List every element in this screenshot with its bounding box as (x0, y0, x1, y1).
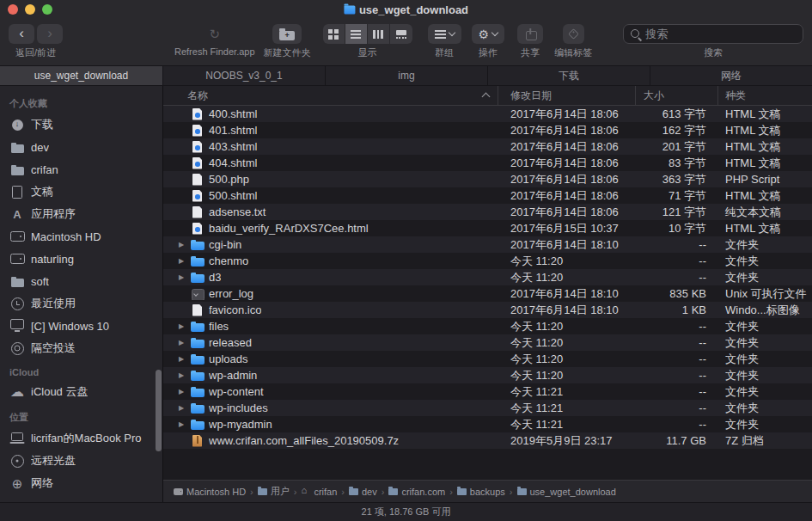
close-button[interactable] (8, 4, 18, 15)
group-button[interactable] (428, 24, 461, 44)
disclosure-triangle-icon[interactable]: ▶ (179, 389, 190, 395)
tab-use_wget_download[interactable]: use_wget_download (0, 66, 163, 85)
file-row-www.crifan.com_allFiles_20190509.7z[interactable]: ▶www.crifan.com_allFiles_20190509.7z2019… (163, 432, 812, 449)
sidebar-section-title: 位置 (0, 403, 162, 427)
file-size: 613 字节 (636, 107, 718, 122)
folder-file-icon (190, 271, 205, 284)
path-item-backups[interactable]: backups (457, 487, 505, 497)
file-size: -- (636, 369, 718, 382)
window-title: use_wget_download (344, 3, 468, 16)
file-row-wp-content[interactable]: ▶wp-content今天 11:21--文件夹 (163, 383, 812, 400)
path-item-crifan[interactable]: crifan (301, 487, 337, 497)
zoom-button[interactable] (42, 4, 52, 15)
column-header-name[interactable]: 名称 (163, 86, 498, 105)
disclosure-triangle-icon[interactable]: ▶ (179, 405, 190, 412)
sidebar-item-[C] Windows 10[interactable]: [C] Windows 10 (0, 315, 162, 337)
back-button[interactable]: ‹ (9, 24, 34, 44)
sidebar-item-最近使用[interactable]: 最近使用 (0, 292, 162, 315)
file-row-favicon.ico[interactable]: ▶favicon.ico2017年6月14日 18:101 KBWindo...… (163, 302, 812, 318)
file-row-cgi-bin[interactable]: ▶cgi-bin2017年6月14日 18:10--文件夹 (163, 236, 812, 253)
file-row-400.shtml[interactable]: ▶400.shtml2017年6月14日 18:06613 字节HTML 文稿 (163, 106, 812, 122)
sidebar-item-Macintosh HD[interactable]: Macintosh HD (0, 225, 162, 248)
file-row-401.shtml[interactable]: ▶401.shtml2017年6月14日 18:06162 字节HTML 文稿 (163, 122, 812, 138)
applications-icon (9, 207, 25, 222)
sidebar-item-naturling[interactable]: naturling (0, 248, 162, 270)
sidebar-item-下载[interactable]: 下载 (0, 113, 162, 136)
sidebar-item-soft[interactable]: soft (0, 270, 162, 292)
folder-icon (344, 5, 355, 14)
disclosure-triangle-icon[interactable]: ▶ (179, 356, 190, 363)
folder-icon (9, 140, 25, 155)
file-row-files[interactable]: ▶files今天 11:20--文件夹 (163, 318, 812, 334)
file-date: 2017年6月14日 18:10 (498, 286, 636, 302)
action-button[interactable]: ⚙ (472, 24, 505, 44)
disclosure-triangle-icon[interactable]: ▶ (179, 274, 190, 281)
doc-file-icon (190, 303, 205, 316)
share-button[interactable] (517, 24, 543, 44)
path-item-crifan.com[interactable]: crifan.com (388, 487, 445, 497)
sidebar-item-网络[interactable]: 网络 (0, 472, 162, 494)
sidebar-item-crifan[interactable]: crifan (0, 158, 162, 181)
file-row-adsense.txt[interactable]: ▶adsense.txt2017年6月14日 18:06121 字节纯文本文稿 (163, 204, 812, 220)
refresh-icon[interactable]: ↻ (209, 28, 220, 40)
disclosure-triangle-icon[interactable]: ▶ (179, 323, 190, 330)
file-row-403.shtml[interactable]: ▶403.shtml2017年6月14日 18:06201 字节HTML 文稿 (163, 138, 812, 155)
column-header-size[interactable]: 大小 (636, 86, 718, 105)
disclosure-triangle-icon[interactable]: ▶ (179, 421, 190, 428)
file-row-404.shtml[interactable]: ▶404.shtml2017年6月14日 18:0683 字节HTML 文稿 (163, 155, 812, 171)
disclosure-triangle-icon[interactable]: ▶ (179, 372, 190, 379)
sidebar-item-隔空投送[interactable]: 隔空投送 (0, 337, 162, 359)
path-item-dev[interactable]: dev (349, 487, 377, 497)
list-view-segment[interactable] (345, 24, 368, 44)
tab-网络[interactable]: 网络 (650, 66, 812, 85)
disclosure-triangle-icon[interactable]: ▶ (179, 340, 190, 346)
sidebar-item-dev[interactable]: dev (0, 136, 162, 158)
column-headers: 名称 修改日期 大小 种类 (163, 86, 812, 106)
file-row-500.php[interactable]: ▶500.php2017年6月14日 18:06363 字节PHP Script (163, 171, 812, 187)
sidebar-item-应用程序[interactable]: 应用程序 (0, 203, 162, 225)
path-item-label: crifan.com (401, 487, 445, 497)
new-folder-button[interactable]: + (272, 24, 302, 44)
sidebar-item-licrifan的MacBook Pro[interactable]: licrifan的MacBook Pro (0, 427, 162, 450)
sidebar-item-远程光盘[interactable]: 远程光盘 (0, 450, 162, 472)
file-kind: 文件夹 (718, 401, 812, 416)
forward-button[interactable]: › (37, 24, 63, 44)
search-input[interactable]: 搜索 (623, 24, 803, 44)
sidebar-item-iCloud 云盘[interactable]: iCloud 云盘 (0, 381, 162, 403)
file-row-chenmo[interactable]: ▶chenmo今天 11:20--文件夹 (163, 253, 812, 269)
tab-img[interactable]: img (326, 66, 488, 85)
file-name: 403.shtml (209, 140, 257, 153)
path-item-用户[interactable]: 用户 (258, 485, 290, 498)
minimize-button[interactable] (25, 4, 35, 15)
folder-file-icon (190, 418, 205, 431)
file-row-error_log[interactable]: ▶error_log2017年6月14日 18:10835 KBUnix 可执行… (163, 285, 812, 302)
sidebar-scrollbar[interactable] (156, 370, 162, 451)
file-row-wp-admin[interactable]: ▶wp-admin今天 11:20--文件夹 (163, 367, 812, 383)
tab-下载[interactable]: 下载 (488, 66, 650, 85)
file-size: 162 字节 (636, 123, 718, 138)
icon-view-segment[interactable] (323, 24, 345, 44)
file-row-uploads[interactable]: ▶uploads今天 11:20--文件夹 (163, 351, 812, 367)
sidebar-item-文稿[interactable]: 文稿 (0, 181, 162, 203)
gear-icon: ⚙ (479, 28, 490, 40)
file-row-500.shtml[interactable]: ▶500.shtml2017年6月14日 18:0671 字节HTML 文稿 (163, 187, 812, 204)
edit-tags-button[interactable] (563, 24, 584, 44)
file-row-d3[interactable]: ▶d3今天 11:20--文件夹 (163, 269, 812, 285)
disclosure-triangle-icon[interactable]: ▶ (179, 258, 190, 265)
file-row-wp-includes[interactable]: ▶wp-includes今天 11:21--文件夹 (163, 400, 812, 416)
file-row-released[interactable]: ▶released今天 11:20--文件夹 (163, 334, 812, 351)
file-row-baidu_verify_RArDXS7Cee.html[interactable]: ▶baidu_verify_RArDXS7Cee.html2017年6月15日 … (163, 220, 812, 236)
column-header-kind[interactable]: 种类 (718, 86, 812, 105)
file-date: 今天 11:20 (498, 319, 636, 334)
path-item-Macintosh HD[interactable]: Macintosh HD (174, 487, 246, 497)
disclosure-triangle-icon[interactable]: ▶ (179, 242, 190, 248)
path-item-use_wget_download[interactable]: use_wget_download (517, 487, 616, 497)
tab-NOOBS_v3_0_1[interactable]: NOOBS_v3_0_1 (163, 66, 326, 85)
column-header-date[interactable]: 修改日期 (498, 86, 636, 105)
action-group: ⚙ 操作 (472, 24, 505, 59)
gallery-view-segment[interactable] (390, 24, 412, 44)
folder-icon (517, 488, 527, 495)
column-view-segment[interactable] (368, 24, 390, 44)
path-item-label: use_wget_download (530, 487, 616, 497)
file-row-wp-myadmin[interactable]: ▶wp-myadmin今天 11:21--文件夹 (163, 416, 812, 432)
